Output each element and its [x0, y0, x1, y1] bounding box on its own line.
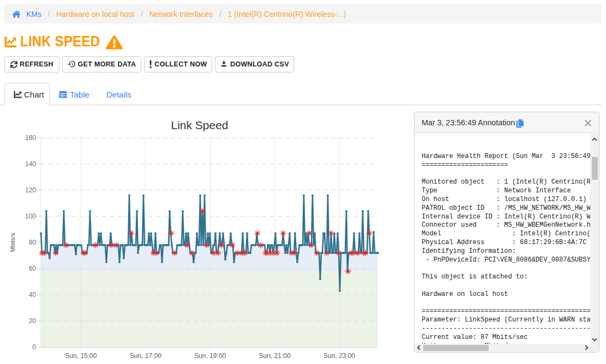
svg-text:20: 20 — [29, 317, 37, 325]
svg-text:140: 140 — [25, 160, 36, 168]
svg-text:Mbits/s: Mbits/s — [9, 233, 16, 252]
svg-text:Sun, 21:00: Sun, 21:00 — [259, 352, 291, 360]
svg-text:Sun, 19:00: Sun, 19:00 — [194, 352, 226, 360]
svg-text:60: 60 — [29, 265, 37, 272]
svg-text:Link Speed: Link Speed — [171, 119, 228, 131]
svg-text:100: 100 — [25, 213, 36, 220]
svg-text:0: 0 — [32, 343, 36, 351]
svg-text:Sun, 23:00: Sun, 23:00 — [323, 352, 355, 360]
svg-text:160: 160 — [25, 134, 36, 142]
svg-text:120: 120 — [25, 186, 36, 194]
svg-text:80: 80 — [29, 239, 37, 246]
svg-text:Sun, 15:00: Sun, 15:00 — [65, 352, 97, 360]
svg-text:40: 40 — [29, 291, 37, 299]
svg-text:Sun, 17:00: Sun, 17:00 — [130, 352, 161, 360]
